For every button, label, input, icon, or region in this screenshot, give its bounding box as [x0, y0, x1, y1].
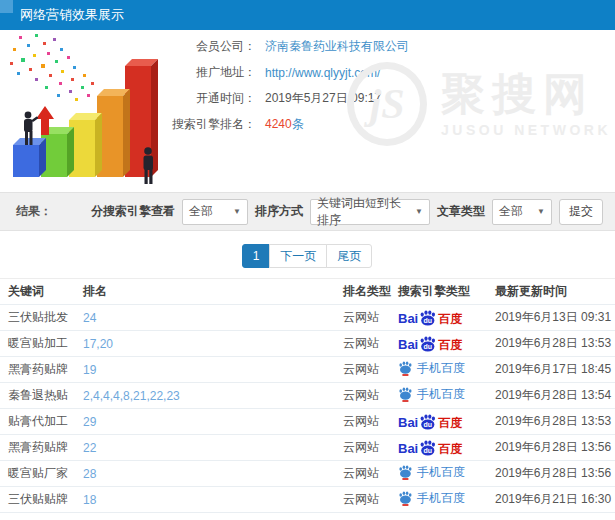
rank-type-cell: 云网站 [340, 383, 395, 409]
rank-cell[interactable]: 17,20 [80, 331, 340, 357]
confetti-dots [10, 34, 94, 101]
rank-type-cell: 云网站 [340, 331, 395, 357]
header-section: 会员公司： 济南秦鲁药业科技有限公司 推广地址： http://www.qlyy… [0, 30, 615, 192]
engine-cell: Baidu百度 [395, 331, 492, 357]
baidu-logo: Baidu百度 [398, 336, 462, 351]
article-type-select[interactable]: 全部 ▼ [492, 199, 552, 225]
chevron-down-icon: ▼ [233, 207, 241, 216]
promo-url-label: 推广地址： [168, 64, 256, 81]
svg-text:du: du [424, 343, 433, 350]
open-time-value: 2019年5月27日 09:17 [265, 90, 381, 107]
col-engine-type: 搜索引擎类型 [395, 279, 492, 305]
rank-cell[interactable]: 19 [80, 357, 340, 383]
table-row: 三伏贴批发24云网站Baidu百度2019年6月13日 09:31 [0, 305, 615, 331]
table-header-row: 关键词 排名 排名类型 搜索引擎类型 最新更新时间 [0, 279, 615, 305]
updated-cell: 2019年6月13日 09:31 [492, 305, 615, 331]
updated-cell: 2019年6月28日 13:56 [492, 435, 615, 461]
table-row: 秦鲁退热贴2,4,4,4,8,21,22,23云网站手机百度2019年6月28日… [0, 383, 615, 409]
mobile-baidu-logo: 手机百度 [398, 490, 465, 507]
baidu-paw-icon: du [419, 440, 437, 456]
watermark-subtitle: JUSOU NETWORK [441, 122, 611, 138]
rank-count-row: 搜索引擎排名： 4240条 [168, 116, 409, 133]
baidu-paw-icon: du [419, 336, 437, 352]
sort-select[interactable]: 关键词由短到长排序 ▼ [310, 199, 430, 225]
col-updated: 最新更新时间 [492, 279, 615, 305]
table-row: 暖宫贴厂家28云网站手机百度2019年6月28日 13:56 [0, 461, 615, 487]
table-row: 黑膏药贴牌22云网站Baidu百度2019年6月28日 13:56 [0, 435, 615, 461]
sort-label: 排序方式 [255, 203, 303, 220]
promo-url-row: 推广地址： http://www.qlyyjt.com/ [168, 64, 409, 81]
promo-url-link[interactable]: http://www.qlyyjt.com/ [265, 66, 380, 80]
tab-corner-accent [0, 0, 13, 13]
mobile-baidu-logo: 手机百度 [398, 360, 465, 377]
baidu-logo: Baidu百度 [398, 310, 462, 325]
engine-cell: Baidu百度 [395, 435, 492, 461]
keyword-cell: 暖宫贴加工 [0, 331, 80, 357]
open-time-row: 开通时间： 2019年5月27日 09:17 [168, 90, 409, 107]
filter-bar: 结果： 分搜索引擎查看 全部 ▼ 排序方式 关键词由短到长排序 ▼ 文章类型 全… [0, 192, 615, 231]
mobile-baidu-paw-icon [398, 491, 413, 506]
chevron-down-icon: ▼ [537, 207, 545, 216]
bar-chart-illustration [5, 32, 185, 190]
keyword-cell: 贴膏代加工 [0, 409, 80, 435]
table-row: 黑膏药贴牌19云网站手机百度2019年6月17日 18:45 [0, 357, 615, 383]
engine-cell: Baidu百度 [395, 409, 492, 435]
engine-cell: 手机百度 [395, 383, 492, 409]
engine-view-select[interactable]: 全部 ▼ [182, 199, 248, 225]
results-table: 关键词 排名 排名类型 搜索引擎类型 最新更新时间 三伏贴批发24云网站Baid… [0, 278, 615, 513]
pagination: 1 下一页 尾页 [0, 244, 615, 268]
updated-cell: 2019年6月28日 13:53 [492, 409, 615, 435]
keyword-cell: 黑膏药贴牌 [0, 357, 80, 383]
rank-cell[interactable]: 29 [80, 409, 340, 435]
rank-type-cell: 云网站 [340, 461, 395, 487]
updated-cell: 2019年6月28日 13:54 [492, 383, 615, 409]
result-label: 结果： [16, 203, 52, 220]
col-rank-type: 排名类型 [340, 279, 395, 305]
mobile-baidu-paw-icon [398, 387, 413, 402]
rank-cell[interactable]: 28 [80, 461, 340, 487]
svg-text:du: du [424, 317, 433, 324]
last-page-button[interactable]: 尾页 [326, 244, 372, 268]
table-row: 贴膏代加工29云网站Baidu百度2019年6月28日 13:53 [0, 409, 615, 435]
rank-count-value: 4240条 [265, 116, 304, 133]
title-bar: 网络营销效果展示 [0, 0, 615, 30]
engine-view-selected: 全部 [189, 203, 213, 220]
updated-cell: 2019年6月28日 13:56 [492, 461, 615, 487]
engine-cell: 手机百度 [395, 461, 492, 487]
company-info: 会员公司： 济南秦鲁药业科技有限公司 推广地址： http://www.qlyy… [168, 38, 409, 142]
rank-type-cell: 云网站 [340, 409, 395, 435]
baidu-paw-icon: du [419, 414, 437, 430]
rank-cell[interactable]: 2,4,4,4,8,21,22,23 [80, 383, 340, 409]
col-keyword: 关键词 [0, 279, 80, 305]
chevron-down-icon: ▼ [415, 207, 423, 216]
updated-cell: 2019年6月21日 16:30 [492, 487, 615, 513]
engine-cell: Baidu百度 [395, 305, 492, 331]
next-page-button[interactable]: 下一页 [269, 244, 327, 268]
updated-cell: 2019年6月17日 18:45 [492, 357, 615, 383]
keyword-cell: 秦鲁退热贴 [0, 383, 80, 409]
article-type-label: 文章类型 [437, 203, 485, 220]
keyword-cell: 三伏贴批发 [0, 305, 80, 331]
engine-cell: 手机百度 [395, 357, 492, 383]
sort-selected: 关键词由短到长排序 [317, 195, 410, 229]
page-button-1[interactable]: 1 [242, 244, 271, 268]
member-company-link[interactable]: 济南秦鲁药业科技有限公司 [265, 38, 409, 55]
rank-type-cell: 云网站 [340, 357, 395, 383]
mobile-baidu-logo: 手机百度 [398, 464, 465, 481]
results-table-body: 三伏贴批发24云网站Baidu百度2019年6月13日 09:31暖宫贴加工17… [0, 305, 615, 513]
mobile-baidu-paw-icon [398, 361, 413, 376]
engine-cell: 手机百度 [395, 487, 492, 513]
engine-view-label: 分搜索引擎查看 [91, 203, 175, 220]
page-title: 网络营销效果展示 [20, 0, 124, 30]
rank-cell[interactable]: 22 [80, 435, 340, 461]
rank-cell[interactable]: 24 [80, 305, 340, 331]
member-company-label: 会员公司： [168, 38, 256, 55]
mobile-baidu-logo: 手机百度 [398, 386, 465, 403]
member-company-row: 会员公司： 济南秦鲁药业科技有限公司 [168, 38, 409, 55]
rank-cell[interactable]: 18 [80, 487, 340, 513]
submit-button[interactable]: 提交 [559, 199, 603, 225]
baidu-logo: Baidu百度 [398, 414, 462, 429]
rank-count-label: 搜索引擎排名： [168, 116, 256, 133]
rank-type-cell: 云网站 [340, 435, 395, 461]
col-rank: 排名 [80, 279, 340, 305]
